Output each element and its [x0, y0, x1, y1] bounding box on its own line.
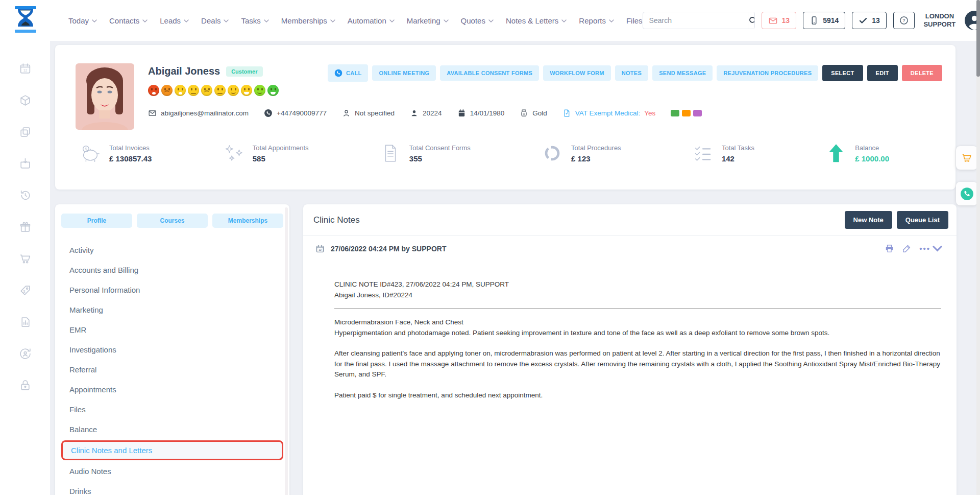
mail-badge[interactable]: 13	[762, 12, 797, 29]
action-notes-button[interactable]: NOTES	[615, 65, 648, 81]
app-logo-hourglass-icon[interactable]	[14, 6, 37, 35]
calendar-icon[interactable]: 12	[19, 62, 32, 75]
action-label: WORKFLOW FORM	[550, 70, 604, 76]
tab-memberships[interactable]: Memberships	[212, 214, 283, 228]
history-icon[interactable]	[19, 189, 32, 202]
select-button[interactable]: SELECT	[822, 65, 863, 81]
menu-item-personal-information[interactable]: Personal Information	[55, 280, 289, 300]
new-note-button[interactable]: New Note	[845, 211, 892, 229]
queue-list-button[interactable]: Queue List	[897, 211, 948, 229]
chevron-down-icon	[224, 19, 229, 22]
page-scrollbar-thumb[interactable]	[976, 0, 980, 77]
menu-item-marketing[interactable]: Marketing	[55, 300, 289, 320]
delete-button[interactable]: DELETE	[902, 65, 942, 81]
search-input[interactable]	[643, 16, 748, 25]
nav-item-marketing[interactable]: Marketing	[407, 16, 449, 25]
customer-phone[interactable]: +447490009777	[264, 109, 327, 117]
action-send-message-button[interactable]: SEND MESSAGE	[652, 65, 713, 81]
floating-cart-button[interactable]	[956, 146, 977, 170]
action-label: NOTES	[622, 70, 642, 76]
menu-item-clinic-notes-and-letters[interactable]: Clinic Notes and Letters	[63, 442, 282, 459]
menu-item-balance[interactable]: Balance	[55, 419, 289, 439]
tab-courses[interactable]: Courses	[137, 214, 208, 228]
satisfaction-emoji-frown-icon[interactable]	[161, 85, 173, 96]
person-sync-icon[interactable]	[19, 347, 32, 360]
lock-icon[interactable]	[19, 379, 32, 392]
menu-item-appointments[interactable]: Appointments	[55, 380, 289, 399]
stat-text: Total Tasks142	[722, 144, 754, 163]
action-workflow-form-button[interactable]: WORKFLOW FORM	[543, 65, 611, 81]
action-label: CALL	[346, 70, 362, 76]
nav-item-reports[interactable]: Reports	[579, 16, 614, 25]
satisfaction-emoji-neutral-icon[interactable]	[214, 85, 226, 96]
action-available-consent-forms-button[interactable]: AVAILABLE CONSENT FORMS	[440, 65, 539, 81]
nav-item-tasks[interactable]: Tasks	[241, 16, 268, 25]
menu-item-emr[interactable]: EMR	[55, 320, 289, 340]
customer-stats-row: $Total Invoices£ 130857.43Total Appointm…	[80, 143, 889, 163]
customer-header-card: Abigail Joness Customer abigailjones@mai…	[55, 45, 955, 190]
menu-item-referral[interactable]: Referral	[55, 360, 289, 380]
price-tag-icon[interactable]: $	[19, 284, 32, 297]
print-icon[interactable]	[885, 244, 894, 253]
tab-profile[interactable]: Profile	[61, 214, 132, 228]
action-online-meeting-button[interactable]: ONLINE MEETING	[372, 65, 436, 81]
menu-item-audio-notes[interactable]: Audio Notes	[55, 461, 289, 481]
stat-total-invoices: $Total Invoices£ 130857.43	[80, 143, 152, 163]
tasks-badge[interactable]: 13	[852, 12, 887, 29]
menu-item-accounts-and-billing[interactable]: Accounts and Billing	[55, 260, 289, 280]
tag-swatch[interactable]	[682, 110, 691, 116]
nav-item-today[interactable]: Today	[68, 16, 97, 25]
person-outline-icon	[342, 109, 351, 117]
search-icon[interactable]	[748, 12, 755, 29]
copy-icon[interactable]	[19, 126, 32, 138]
cart-icon[interactable]	[19, 252, 32, 265]
satisfaction-emoji-neutral-icon[interactable]	[188, 85, 199, 96]
stat-label: Balance	[855, 144, 889, 152]
vat-document-icon	[562, 109, 571, 117]
nav-item-files[interactable]: Files	[626, 16, 643, 25]
edit-button[interactable]: EDIT	[867, 65, 898, 81]
satisfaction-emoji-open-frown-icon[interactable]	[148, 85, 159, 96]
menu-item-drinks[interactable]: Drinks	[55, 481, 289, 495]
nav-item-quotes[interactable]: Quotes	[461, 16, 494, 25]
note-header-row: 12 27/06/2022 04:24 PM by SUPPORT •••	[303, 236, 957, 261]
satisfaction-emoji-smile-icon[interactable]	[254, 85, 265, 96]
page-scrollbar[interactable]	[976, 0, 980, 495]
nav-item-contacts[interactable]: Contacts	[109, 16, 148, 25]
calendar-solid-icon	[457, 109, 466, 117]
satisfaction-emoji-frown-icon[interactable]	[201, 85, 212, 96]
edit-note-pencil-icon[interactable]	[902, 244, 912, 253]
satisfaction-emoji-open-smile-icon[interactable]	[241, 85, 252, 96]
gift-icon[interactable]	[19, 221, 32, 233]
nav-item-label: Contacts	[109, 16, 139, 25]
customer-name: Abigail Joness	[148, 65, 220, 77]
floating-call-button[interactable]	[956, 182, 977, 205]
nav-item-memberships[interactable]: Memberships	[281, 16, 335, 25]
help-icon[interactable]: ?	[893, 12, 915, 29]
satisfaction-emoji-open-smile-icon[interactable]	[267, 85, 279, 96]
satisfaction-emoji-smile-icon[interactable]	[228, 85, 239, 96]
calls-badge[interactable]: 5914	[803, 12, 845, 29]
satisfaction-emoji-open-frown-icon[interactable]	[175, 85, 186, 96]
menu-item-files[interactable]: Files	[55, 399, 289, 419]
customer-dob: 14/01/1980	[457, 109, 505, 117]
more-options-icon[interactable]: •••	[919, 244, 942, 253]
menu-item-activity[interactable]: Activity	[55, 240, 289, 260]
calendar-import-icon[interactable]	[19, 157, 32, 170]
nav-item-leads[interactable]: Leads	[160, 16, 189, 25]
note-body-line: After cleansing patient's face and apply…	[334, 348, 941, 380]
customer-photo[interactable]	[76, 63, 134, 130]
nav-item-notes-letters[interactable]: Notes & Letters	[506, 16, 567, 25]
report-icon[interactable]	[19, 316, 32, 328]
tag-swatch[interactable]	[693, 110, 702, 116]
main-nav: TodayContactsLeadsDealsTasksMembershipsA…	[68, 16, 643, 25]
nav-item-automation[interactable]: Automation	[348, 16, 395, 25]
panel-scrollbar[interactable]	[285, 207, 288, 495]
menu-item-investigations[interactable]: Investigations	[55, 340, 289, 360]
customer-email[interactable]: abigailjones@mailinator.com	[148, 109, 249, 117]
package-icon[interactable]	[19, 94, 32, 107]
nav-item-deals[interactable]: Deals	[201, 16, 229, 25]
action-rejuvenation-procedures-button[interactable]: REJUVENATION PROCEDURES	[717, 65, 818, 81]
action-call-button[interactable]: CALL	[328, 64, 369, 82]
tag-swatch[interactable]	[671, 110, 679, 116]
